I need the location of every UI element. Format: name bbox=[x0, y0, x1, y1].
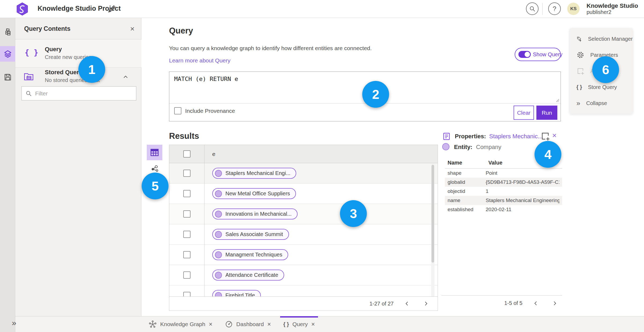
prev-page-button[interactable] bbox=[402, 298, 412, 309]
results-table: e Staplers Mechanical Engi... New Metal … bbox=[169, 145, 438, 311]
tab-dashboard[interactable]: Dashboard × bbox=[222, 316, 274, 332]
rail-item-layers[interactable] bbox=[0, 46, 15, 62]
prop-col-value: Value bbox=[488, 160, 502, 166]
edit-title-pencil-icon[interactable] bbox=[107, 4, 116, 13]
user-block[interactable]: Knowledge Studio publisher2 bbox=[587, 2, 638, 15]
panel-item-query[interactable]: { } Query Create new queries bbox=[15, 40, 141, 68]
top-bar: Knowledge Studio Project ? KS Knowledge … bbox=[0, 0, 644, 18]
entity-pill-label: Sales Associate Summit bbox=[225, 231, 283, 237]
entity-dot-icon bbox=[215, 170, 222, 177]
table-row[interactable]: Firebird Title bbox=[169, 285, 438, 296]
entity-pill[interactable]: Managment Techniques bbox=[212, 249, 288, 260]
entity-type: Company bbox=[476, 144, 501, 151]
entity-dot-icon bbox=[215, 292, 222, 297]
expand-panel-chevrons[interactable]: » bbox=[12, 318, 16, 327]
gear-icon bbox=[576, 51, 584, 59]
prop-next-page-button[interactable] bbox=[549, 298, 560, 309]
entity-pill[interactable]: New Metal Office Suppliers bbox=[212, 188, 296, 199]
row-checkbox[interactable] bbox=[183, 271, 191, 279]
include-provenance-control[interactable]: Include Provenance bbox=[174, 107, 235, 114]
tab-query[interactable]: { } Query × bbox=[280, 316, 318, 332]
entity-pill[interactable]: Staplers Mechanical Engi... bbox=[212, 168, 296, 179]
rail-item-data-model[interactable] bbox=[0, 25, 15, 40]
avatar[interactable]: KS bbox=[567, 3, 580, 15]
properties-doc-icon bbox=[442, 132, 451, 141]
prop-value: 2020-02-11 bbox=[486, 207, 559, 212]
entity-pill[interactable]: Firebird Title bbox=[212, 290, 261, 296]
tab-close-icon[interactable]: × bbox=[267, 321, 271, 328]
tab-knowledge-graph[interactable]: Knowledge Graph × bbox=[145, 316, 216, 332]
entity-dot-icon bbox=[442, 143, 449, 150]
stored-queries-filter[interactable]: Filter bbox=[21, 86, 136, 100]
row-checkbox[interactable] bbox=[183, 190, 191, 197]
properties-entity-link[interactable]: Staplers Mechanic... bbox=[489, 133, 543, 140]
chevron-left-icon bbox=[404, 301, 410, 306]
left-rail bbox=[0, 18, 15, 332]
row-checkbox[interactable] bbox=[183, 210, 191, 218]
prop-name: name bbox=[445, 197, 486, 203]
knowledge-graph-icon bbox=[149, 320, 157, 328]
run-button[interactable]: Run bbox=[536, 106, 557, 120]
layers-icon bbox=[4, 50, 12, 58]
entity-pill[interactable]: Sales Associate Summit bbox=[212, 229, 289, 240]
scrollbar-thumb[interactable] bbox=[431, 165, 434, 263]
results-pagination: 1-27 of 27 bbox=[169, 296, 438, 311]
query-contents-panel: Query Contents × { } Query Create new qu… bbox=[15, 18, 141, 316]
next-page-button[interactable] bbox=[420, 298, 431, 309]
row-checkbox[interactable] bbox=[183, 251, 191, 258]
chevron-up-icon[interactable] bbox=[122, 73, 129, 80]
entity-dot-icon bbox=[215, 211, 222, 218]
bottom-tab-bar: Knowledge Graph × Dashboard × { } Query … bbox=[15, 316, 644, 332]
step-badge-1: 1 bbox=[78, 56, 105, 83]
step-badge-2: 2 bbox=[362, 81, 389, 108]
row-checkbox[interactable] bbox=[183, 170, 191, 177]
include-provenance-checkbox[interactable] bbox=[174, 107, 181, 114]
product-name: Knowledge Studio bbox=[587, 2, 638, 9]
menu-item-selection-manager[interactable]: Selection Manager bbox=[570, 31, 633, 47]
select-all-checkbox[interactable] bbox=[183, 150, 191, 158]
run-label: Run bbox=[542, 110, 552, 116]
entity-dot-icon bbox=[215, 251, 222, 258]
table-row[interactable]: Sales Associate Summit bbox=[169, 224, 438, 245]
menu-item-collapse[interactable]: » Collapse bbox=[570, 95, 633, 111]
learn-more-link[interactable]: Learn more about Query bbox=[169, 57, 230, 64]
rail-item-save[interactable] bbox=[0, 70, 15, 85]
card-divider bbox=[169, 103, 561, 103]
entity-pill[interactable]: Attendance Certificate bbox=[212, 270, 284, 281]
properties-pagination: 1-5 of 5 bbox=[441, 295, 562, 311]
entity-pill[interactable]: Innovations in Mechanical... bbox=[212, 208, 298, 219]
braces-icon: { } bbox=[283, 321, 289, 327]
include-provenance-label: Include Provenance bbox=[185, 108, 235, 114]
table-row[interactable]: New Metal Office Suppliers bbox=[169, 184, 438, 204]
menu-item-label: Collapse bbox=[586, 100, 607, 106]
show-query-toggle[interactable]: Show Query bbox=[515, 48, 561, 61]
table-row[interactable]: Staplers Mechanical Engi... bbox=[169, 163, 438, 184]
property-row: established 2020-02-11 bbox=[445, 205, 562, 214]
row-checkbox[interactable] bbox=[183, 292, 191, 296]
row-checkbox[interactable] bbox=[183, 231, 191, 238]
prop-prev-page-button[interactable] bbox=[530, 298, 541, 309]
table-row[interactable]: Attendance Certificate bbox=[169, 265, 438, 285]
panel-close-icon[interactable]: × bbox=[130, 25, 134, 33]
tab-close-icon[interactable]: × bbox=[209, 321, 212, 328]
tab-label: Knowledge Graph bbox=[160, 321, 205, 327]
entity-pill-label: Attendance Certificate bbox=[225, 272, 278, 278]
panel-item-stored-queries[interactable]: Stored Queries No stored queries exist bbox=[15, 70, 141, 86]
search-button[interactable] bbox=[526, 2, 539, 15]
entity-label: Entity: bbox=[454, 144, 472, 151]
help-button[interactable]: ? bbox=[548, 2, 561, 15]
table-row[interactable]: Innovations in Mechanical... bbox=[169, 204, 438, 224]
data-model-icon bbox=[4, 28, 12, 36]
properties-close-icon[interactable]: × bbox=[552, 131, 557, 140]
tab-close-icon[interactable]: × bbox=[311, 321, 315, 328]
add-to-new-icon[interactable] bbox=[540, 131, 550, 141]
table-view-button[interactable] bbox=[147, 145, 162, 160]
clear-button[interactable]: Clear bbox=[514, 106, 534, 120]
prop-name: objectid bbox=[445, 188, 486, 194]
user-role: publisher2 bbox=[587, 9, 638, 15]
table-row[interactable]: Managment Techniques bbox=[169, 245, 438, 265]
resize-handle[interactable] bbox=[555, 98, 559, 102]
entity-pill-label: New Metal Office Suppliers bbox=[225, 191, 290, 197]
table-scrollbar[interactable] bbox=[431, 163, 434, 296]
filter-placeholder: Filter bbox=[35, 90, 48, 97]
